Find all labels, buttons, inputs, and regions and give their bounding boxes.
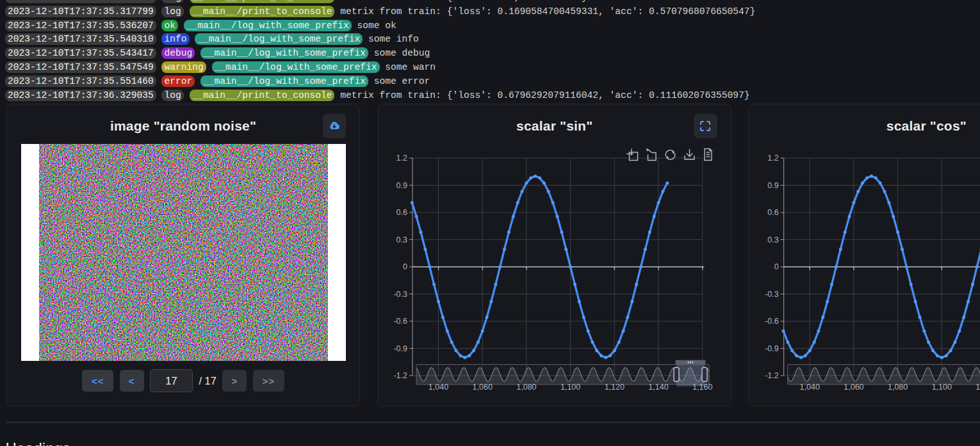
svg-text:1,040: 1,040: [429, 383, 448, 392]
svg-text:1,060: 1,060: [844, 383, 863, 392]
svg-text:0: 0: [403, 262, 407, 271]
svg-text:0.3: 0.3: [396, 235, 407, 244]
svg-text:0.3: 0.3: [767, 235, 778, 244]
svg-text:-1.2: -1.2: [765, 371, 779, 380]
svg-text:0.9: 0.9: [767, 181, 778, 190]
svg-text:-0.3: -0.3: [393, 290, 407, 299]
svg-text:1,100: 1,100: [932, 383, 952, 392]
svg-text:0: 0: [774, 262, 779, 271]
svg-text:1,100: 1,100: [560, 383, 580, 392]
svg-text:0.6: 0.6: [396, 208, 407, 217]
svg-text:0.9: 0.9: [396, 181, 407, 190]
svg-text:1,080: 1,080: [888, 383, 908, 392]
svg-text:1,140: 1,140: [648, 383, 668, 392]
svg-text:1,120: 1,120: [976, 383, 980, 392]
svg-text:1,040: 1,040: [800, 383, 820, 392]
svg-text:-0.6: -0.6: [765, 317, 779, 326]
svg-text:1,120: 1,120: [605, 383, 625, 392]
svg-text:0.6: 0.6: [767, 208, 778, 217]
svg-text:-1.2: -1.2: [393, 371, 407, 380]
svg-text:1,160: 1,160: [692, 383, 712, 392]
svg-text:1.2: 1.2: [396, 154, 407, 163]
svg-text:1.2: 1.2: [767, 154, 778, 163]
svg-text:-0.9: -0.9: [765, 344, 779, 353]
svg-text:1,060: 1,060: [473, 383, 493, 392]
svg-text:1,080: 1,080: [516, 383, 536, 392]
svg-text:-0.9: -0.9: [393, 344, 407, 353]
svg-text:-0.3: -0.3: [765, 290, 779, 299]
svg-text:-0.6: -0.6: [393, 317, 407, 326]
